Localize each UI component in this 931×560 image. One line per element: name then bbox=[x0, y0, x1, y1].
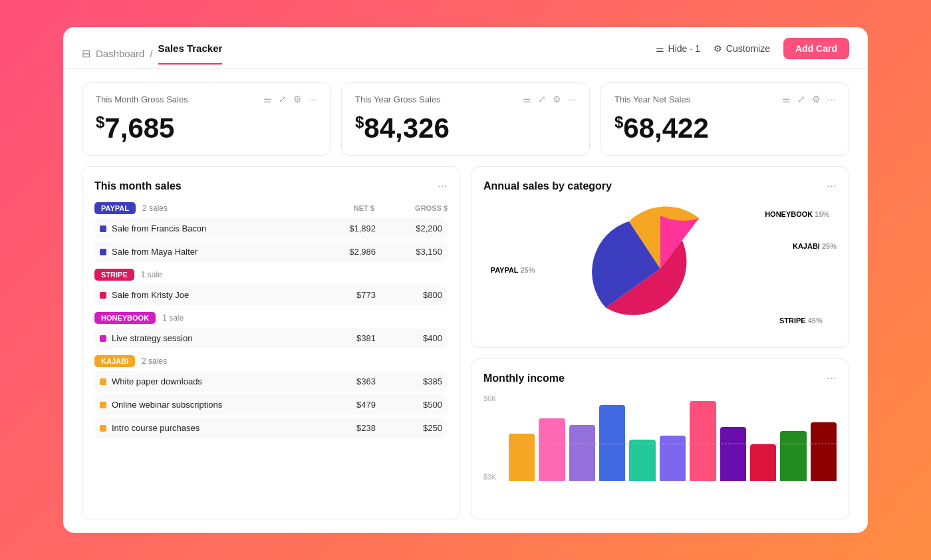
metric-card-header-1: This Month Gross Sales ⚌ ⤢ ⚙ ··· bbox=[96, 94, 317, 104]
paypal-group-header: PAYPAL 2 sales NET $ GROSS $ bbox=[94, 202, 448, 214]
metric-card-monthly-gross: This Month Gross Sales ⚌ ⤢ ⚙ ··· $7,685 bbox=[82, 82, 331, 156]
customize-button[interactable]: ⚙ Customize bbox=[714, 43, 770, 54]
honeybook-group-header: HONEYBOOK 1 sale bbox=[94, 312, 448, 324]
metric-card-yearly-net: This Year Net Sales ⚌ ⤢ ⚙ ··· $68,422 bbox=[600, 82, 849, 156]
payment-group-kajabi: KAJABI 2 sales White paper downloads $36… bbox=[94, 355, 448, 438]
sale-name: Intro course purchases bbox=[100, 423, 309, 433]
filter-icon-3[interactable]: ⚌ bbox=[782, 94, 791, 104]
breadcrumb-separator: / bbox=[150, 48, 152, 59]
pie-chart bbox=[587, 202, 733, 335]
net-header: NET $ bbox=[308, 204, 374, 212]
honeybook-dot bbox=[100, 335, 106, 342]
kajabi-count: 2 sales bbox=[142, 356, 167, 366]
stripe-group-header: STRIPE 1 sale bbox=[94, 269, 448, 281]
metric-icons-1: ⚌ ⤢ ⚙ ··· bbox=[263, 94, 317, 104]
dashboard-icon: ⊟ bbox=[82, 47, 90, 60]
metric-icons-2: ⚌ ⤢ ⚙ ··· bbox=[523, 94, 576, 104]
more-icon-1[interactable]: ··· bbox=[309, 94, 317, 104]
kajabi-label: KAJABI 25% bbox=[793, 242, 837, 250]
annual-sales-header: Annual sales by category ··· bbox=[483, 179, 837, 193]
metric-icons-3: ⚌ ⤢ ⚙ ··· bbox=[782, 94, 835, 104]
paypal-count: 2 sales bbox=[142, 204, 168, 213]
honeybook-label: HONEYBOOK 15% bbox=[765, 210, 829, 218]
settings-icon-3[interactable]: ⚙ bbox=[812, 94, 821, 104]
metric-card-header-2: This Year Gross Sales ⚌ ⤢ ⚙ ··· bbox=[355, 94, 576, 104]
monthly-income-menu[interactable]: ··· bbox=[827, 371, 837, 385]
sale-row: Sale from Francis Bacon $1,892 $2,200 bbox=[94, 218, 448, 239]
sale-row: Online webinar subscriptions $479 $500 bbox=[94, 394, 448, 415]
live-strategy-session: Live strategy session bbox=[112, 333, 192, 343]
breadcrumb-dashboard: Dashboard bbox=[96, 48, 144, 59]
paypal-label: PAYPAL 25% bbox=[491, 266, 535, 274]
sale-name: Sale from Kristy Joe bbox=[100, 290, 309, 300]
bar-item bbox=[599, 405, 625, 481]
monthly-income-header: Monthly income ··· bbox=[483, 371, 837, 385]
sales-panel-menu[interactable]: ··· bbox=[438, 179, 448, 193]
kajabi-dot bbox=[100, 402, 106, 408]
annual-sales-menu[interactable]: ··· bbox=[827, 179, 837, 193]
dashed-line bbox=[509, 444, 837, 444]
metric-title-3: This Year Net Sales bbox=[614, 94, 690, 104]
bar-item bbox=[720, 427, 746, 481]
expand-icon-2[interactable]: ⤢ bbox=[538, 94, 546, 104]
customize-label: Customize bbox=[726, 43, 770, 54]
sale-name: Live strategy session bbox=[100, 333, 309, 343]
paypal-dot bbox=[100, 225, 106, 232]
currency-3: $ bbox=[614, 113, 623, 131]
stripe-dot bbox=[100, 292, 106, 299]
pie-chart-container: HONEYBOOK 15% KAJABI 25% PAYPAL 25% STRI… bbox=[483, 202, 837, 335]
bar-item bbox=[690, 401, 716, 481]
kajabi-dot bbox=[100, 378, 106, 385]
bar-item bbox=[660, 436, 686, 481]
expand-icon-3[interactable]: ⤢ bbox=[797, 94, 805, 104]
sale-row: Sale from Kristy Joe $773 $800 bbox=[94, 285, 448, 305]
header: ⊟ Dashboard / Sales Tracker ⚌ Hide · 1 ⚙… bbox=[63, 27, 868, 69]
breadcrumb: ⊟ Dashboard / Sales Tracker bbox=[82, 43, 222, 64]
monthly-income-panel: Monthly income ··· $6K $3K bbox=[471, 358, 849, 519]
bar-item bbox=[811, 422, 837, 481]
expand-icon-1[interactable]: ⤢ bbox=[279, 94, 287, 104]
honeybook-count: 1 sale bbox=[162, 313, 184, 323]
metric-card-yearly-gross: This Year Gross Sales ⚌ ⤢ ⚙ ··· $84,326 bbox=[341, 82, 590, 156]
kajabi-badge: KAJABI bbox=[94, 355, 135, 367]
sale-name: Sale from Maya Halter bbox=[100, 247, 309, 257]
stripe-count: 1 sale bbox=[141, 270, 162, 279]
bar-item bbox=[539, 418, 565, 481]
payment-group-honeybook: HONEYBOOK 1 sale Live strategy session $… bbox=[94, 312, 448, 349]
metric-value-1: $7,685 bbox=[96, 112, 317, 144]
gross-header: GROSS $ bbox=[381, 204, 448, 212]
metric-cards: This Month Gross Sales ⚌ ⤢ ⚙ ··· $7,685 … bbox=[82, 82, 849, 156]
metric-card-header-3: This Year Net Sales ⚌ ⤢ ⚙ ··· bbox=[614, 94, 835, 104]
sale-name: Online webinar subscriptions bbox=[100, 400, 309, 410]
filter-icon-2[interactable]: ⚌ bbox=[523, 94, 531, 104]
bar-item bbox=[629, 440, 655, 481]
stripe-badge: STRIPE bbox=[94, 269, 134, 281]
sale-name: Sale from Francis Bacon bbox=[100, 223, 309, 233]
sale-row: Intro course purchases $238 $250 bbox=[94, 418, 448, 438]
sales-panel-header: This month sales ··· bbox=[94, 179, 448, 193]
right-panels: Annual sales by category ··· bbox=[471, 166, 849, 519]
filter-icon-1[interactable]: ⚌ bbox=[263, 94, 272, 104]
more-icon-2[interactable]: ··· bbox=[568, 94, 576, 104]
header-actions: ⚌ Hide · 1 ⚙ Customize Add Card bbox=[656, 38, 849, 69]
metric-title-2: This Year Gross Sales bbox=[355, 94, 441, 104]
honeybook-badge: HONEYBOOK bbox=[94, 312, 156, 324]
add-card-button[interactable]: Add Card bbox=[783, 38, 849, 59]
paypal-badge: PAYPAL bbox=[94, 202, 136, 214]
bar-item bbox=[780, 431, 806, 481]
annual-sales-panel: Annual sales by category ··· bbox=[471, 166, 849, 348]
bar-item bbox=[750, 444, 776, 481]
hide-label: Hide · 1 bbox=[668, 43, 700, 54]
bar-chart-wrapper: $6K $3K bbox=[483, 394, 837, 481]
currency-2: $ bbox=[355, 113, 364, 131]
monthly-income-title: Monthly income bbox=[483, 372, 565, 384]
settings-icon-1[interactable]: ⚙ bbox=[293, 94, 302, 104]
sale-name: White paper downloads bbox=[100, 376, 309, 386]
metric-value-2: $84,326 bbox=[355, 112, 576, 144]
hide-button[interactable]: ⚌ Hide · 1 bbox=[656, 43, 700, 54]
payment-group-paypal: PAYPAL 2 sales NET $ GROSS $ Sale from F… bbox=[94, 202, 448, 262]
settings-icon-2[interactable]: ⚙ bbox=[553, 94, 561, 104]
more-icon-3[interactable]: ··· bbox=[827, 94, 835, 104]
breadcrumb-current-page: Sales Tracker bbox=[158, 43, 223, 65]
metric-title-1: This Month Gross Sales bbox=[96, 94, 188, 104]
